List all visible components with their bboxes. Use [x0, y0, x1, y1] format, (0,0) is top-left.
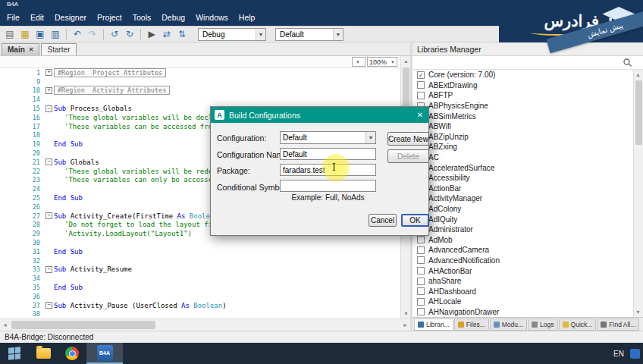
library-item[interactable]: ✓Core (version: 7.00) — [412, 70, 635, 80]
library-item[interactable]: AdvancedCamera — [412, 245, 635, 256]
compile-icon[interactable]: ⇄ — [160, 27, 174, 41]
library-checkbox[interactable] — [417, 278, 425, 285]
library-item[interactable]: ABExtDrawing — [412, 80, 635, 91]
library-item[interactable]: AdvancedNotification — [412, 256, 635, 266]
scroll-left-icon[interactable]: ◄ — [0, 320, 10, 330]
menu-project[interactable]: Project — [92, 11, 127, 24]
menu-edit[interactable]: Edit — [25, 11, 49, 24]
conditional-symbols-input[interactable] — [280, 180, 376, 192]
library-item[interactable]: Administrator — [412, 224, 635, 235]
run-icon[interactable]: ▶ — [145, 27, 158, 41]
library-item[interactable]: ActivityManager — [412, 193, 635, 204]
connect-device-icon[interactable]: ⇅ — [175, 27, 189, 41]
fold-toggle-icon[interactable]: − — [45, 158, 52, 165]
close-tab-icon[interactable]: ✕ — [29, 46, 34, 53]
undo-icon[interactable]: ↶ — [71, 27, 84, 41]
open-project-icon[interactable]: ▦ — [18, 27, 32, 41]
navigate-back-icon[interactable]: ↺ — [108, 27, 121, 41]
library-checkbox[interactable] — [417, 236, 425, 243]
menu-tools[interactable]: Tools — [127, 11, 157, 24]
close-icon[interactable]: ✕ — [412, 107, 428, 123]
package-input[interactable] — [280, 164, 376, 176]
fold-toggle-icon[interactable]: − — [45, 105, 52, 112]
search-icon[interactable] — [623, 58, 632, 67]
library-checkbox[interactable] — [417, 287, 425, 295]
library-item[interactable]: AdColony — [412, 204, 635, 215]
language-indicator[interactable]: EN — [613, 350, 624, 358]
redo-icon[interactable]: ↷ — [86, 27, 99, 41]
menu-file[interactable]: File — [2, 11, 25, 24]
library-item[interactable]: ABPhysicsEngine — [412, 101, 635, 111]
fold-toggle-icon[interactable]: − — [45, 266, 52, 273]
library-item[interactable]: AC — [412, 152, 635, 163]
library-item[interactable]: AHLocale — [412, 297, 635, 307]
library-checkbox[interactable] — [417, 308, 425, 315]
panel-tab-librari[interactable]: Librari... — [414, 318, 453, 331]
library-item[interactable]: ahaShare — [412, 276, 635, 287]
fold-toggle-icon[interactable]: − — [45, 212, 52, 219]
library-item[interactable]: ActionBar — [412, 184, 635, 194]
editor-horizontal-scrollbar[interactable]: ◄ ► — [0, 318, 410, 331]
search-input[interactable] — [414, 57, 619, 68]
library-item[interactable]: Accessibility — [412, 173, 635, 184]
library-checkbox[interactable] — [417, 246, 425, 254]
library-item[interactable]: ABZipUnzip — [412, 132, 635, 143]
zoom-dropdown[interactable]: 100% ▼ — [367, 57, 397, 67]
tab-main[interactable]: Main✕ — [2, 43, 39, 55]
chrome-button[interactable] — [58, 343, 86, 364]
panel-tab-logs[interactable]: Logs — [528, 318, 557, 331]
library-checkbox[interactable] — [417, 267, 425, 275]
cancel-button[interactable]: Cancel — [369, 214, 397, 227]
configuration-name-input[interactable] — [280, 148, 376, 160]
library-checkbox[interactable] — [417, 92, 425, 99]
scrollbar-thumb[interactable] — [11, 321, 155, 329]
members-dropdown[interactable]: ▼ — [352, 57, 365, 67]
create-new-button[interactable]: Create New — [387, 132, 429, 146]
save-all-icon[interactable]: ▥ — [49, 27, 62, 41]
library-checkbox[interactable] — [417, 256, 425, 264]
navigate-forward-icon[interactable]: ↻ — [123, 27, 136, 41]
configuration-dropdown[interactable]: Default ▼ — [280, 131, 376, 144]
library-item[interactable]: AHNavigationDrawer — [412, 307, 635, 317]
dialog-titlebar[interactable]: A Build Configurations ✕ — [211, 107, 428, 123]
save-icon[interactable]: ▣ — [33, 27, 47, 41]
fold-toggle-icon[interactable]: − — [45, 302, 52, 309]
menu-windows[interactable]: Windows — [190, 11, 234, 24]
scrollbar-thumb[interactable] — [635, 80, 642, 145]
library-item[interactable]: AHDashboard — [412, 286, 635, 297]
library-item[interactable]: ABSimMetrics — [412, 111, 635, 121]
build-mode-dropdown[interactable]: Debug ▼ — [198, 28, 266, 41]
b4a-taskbar-button[interactable]: B4A — [86, 343, 123, 364]
library-item[interactable]: AdIQuity — [412, 214, 635, 224]
menu-debug[interactable]: Debug — [156, 11, 190, 24]
library-item[interactable]: ABZxing — [412, 142, 635, 152]
panel-vertical-scrollbar[interactable]: ▲ ▼ — [633, 70, 643, 317]
tab-starter[interactable]: Starter — [41, 43, 76, 55]
library-item[interactable]: ABFTP — [412, 90, 635, 101]
collapsed-region[interactable]: #Region Activity Attributes — [54, 86, 170, 95]
panel-tab-findall[interactable]: Find All... — [597, 318, 639, 331]
scroll-up-icon[interactable]: ▲ — [633, 70, 643, 80]
panel-tab-modu[interactable]: Modu... — [490, 318, 527, 331]
fold-toggle-icon[interactable]: + — [45, 87, 52, 94]
library-item[interactable]: AdMob — [412, 235, 635, 246]
library-checkbox[interactable] — [417, 298, 425, 306]
library-item[interactable]: AHActionBar — [412, 265, 635, 276]
scroll-down-icon[interactable]: ▼ — [633, 307, 643, 317]
menu-designer[interactable]: Designer — [49, 11, 92, 24]
build-config-dropdown[interactable]: Default ▼ — [275, 28, 343, 41]
library-checkbox[interactable] — [417, 81, 425, 89]
start-button[interactable] — [0, 343, 29, 364]
fold-toggle-icon[interactable]: + — [45, 69, 52, 76]
collapsed-region[interactable]: #Region Project Attributes — [54, 68, 166, 77]
scroll-right-icon[interactable]: ► — [400, 320, 410, 330]
file-explorer-button[interactable] — [29, 343, 58, 364]
ok-button[interactable]: OK — [401, 214, 429, 227]
library-item[interactable]: AcceleratedSurface — [412, 162, 635, 173]
library-item[interactable]: ABWifi — [412, 121, 635, 132]
touch-keyboard-icon[interactable] — [630, 349, 640, 359]
library-checkbox[interactable]: ✓ — [417, 71, 425, 79]
delete-button[interactable]: Delete — [387, 149, 429, 163]
new-file-icon[interactable]: ▤ — [3, 27, 17, 41]
menu-help[interactable]: Help — [234, 11, 261, 24]
